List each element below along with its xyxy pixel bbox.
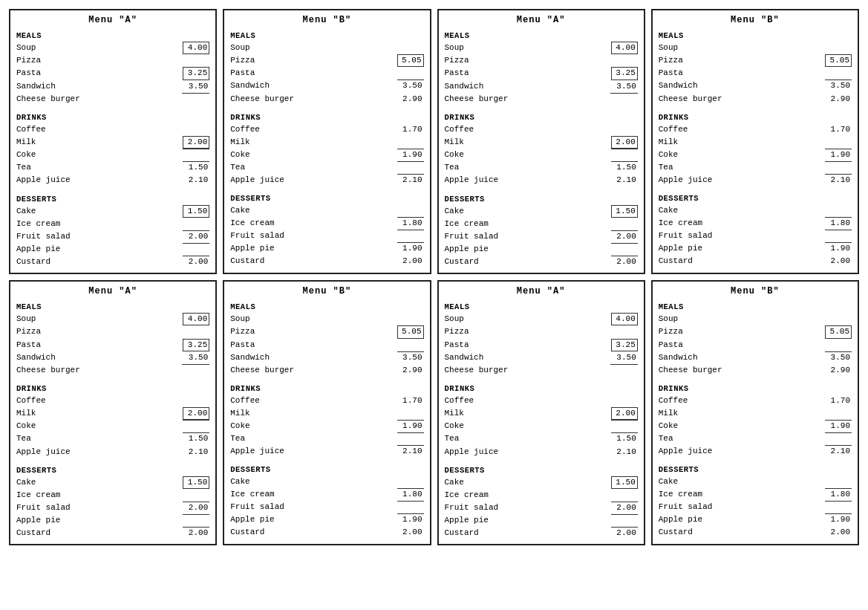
item-name: Coffee xyxy=(445,123,608,136)
menu-row: Custard 2.00 xyxy=(659,526,852,539)
item-name: Apple pie xyxy=(16,243,180,256)
menu-row: Sandwich 3.50 xyxy=(16,80,209,93)
price-box xyxy=(397,408,424,419)
item-name: Milk xyxy=(659,136,822,149)
menu-row: Coke xyxy=(16,420,209,432)
menu-row: Fruit salad xyxy=(230,501,423,513)
menu-row: Custard 2.00 xyxy=(230,255,423,267)
section-header: DESSERTS xyxy=(16,195,209,204)
item-name: Cheese burger xyxy=(16,364,179,377)
item-name: Soup xyxy=(230,42,394,54)
item-name: Custard xyxy=(445,527,608,539)
item-name: Pasta xyxy=(16,67,180,80)
menu-row: Cake 1.50 xyxy=(16,476,209,489)
menu-row: Cheese burger 2.90 xyxy=(230,364,423,377)
menu-row: Tea 1.50 xyxy=(445,161,638,174)
price-box xyxy=(611,420,638,432)
price-box xyxy=(183,420,209,432)
menu-row: Tea xyxy=(230,161,423,174)
price-box: 1.90 xyxy=(397,242,424,254)
menu-row: Cake xyxy=(659,204,852,217)
price-box: 2.90 xyxy=(397,94,424,105)
price-box: 3.50 xyxy=(611,81,638,92)
price-box: 2.00 xyxy=(611,136,638,149)
menu-section: DESSERTS Cake Ice cream 1.80 Fruit salad… xyxy=(659,465,852,539)
menu-row: Cake 1.50 xyxy=(445,476,638,489)
menu-row: Tea 1.50 xyxy=(16,161,209,174)
price-box: 1.80 xyxy=(825,217,852,229)
menu-row: Milk xyxy=(659,407,852,420)
menu-section: MEALS Soup Pizza 5.05 Pasta Sandwich 3.5… xyxy=(230,302,423,377)
item-name: Cheese burger xyxy=(230,93,394,106)
menu-row: Soup xyxy=(659,313,852,325)
price-box: 1.90 xyxy=(825,242,852,254)
item-name: Ice cream xyxy=(445,489,608,502)
price-box: 2.00 xyxy=(183,407,209,420)
price-box xyxy=(611,124,638,135)
menu-row: Soup 4.00 xyxy=(16,42,209,54)
price-box xyxy=(183,243,209,255)
item-name: Soup xyxy=(445,313,608,325)
price-box: 1.70 xyxy=(825,124,852,135)
menu-section: DRINKS Coffee 1.70 Milk Coke 1.90 Tea Ap… xyxy=(659,384,852,458)
price-box xyxy=(825,340,852,351)
menu-row: Tea 1.50 xyxy=(445,432,638,445)
price-box xyxy=(183,149,209,160)
price-box xyxy=(825,137,852,148)
item-name: Milk xyxy=(659,407,822,420)
item-name: Coke xyxy=(445,149,608,161)
menu-row: Apple juice 2.10 xyxy=(16,446,209,458)
item-name: Coke xyxy=(230,420,394,432)
price-box: 5.05 xyxy=(825,54,852,67)
price-box: 2.00 xyxy=(825,527,852,538)
item-name: Pasta xyxy=(445,339,608,351)
price-box xyxy=(825,230,852,241)
menu-row: Pasta xyxy=(230,339,423,351)
item-name: Tea xyxy=(16,161,180,174)
menu-section: DRINKS Coffee 1.70 Milk Coke 1.90 Tea Ap… xyxy=(659,113,852,186)
item-name: Apple juice xyxy=(659,174,822,186)
menu-card: Menu "B"MEALS Soup Pizza 5.05 Pasta Sand… xyxy=(223,280,431,545)
item-name: Cake xyxy=(659,476,822,488)
price-box xyxy=(397,161,424,173)
menu-row: Milk 2.00 xyxy=(16,136,209,149)
item-name: Pizza xyxy=(659,325,822,338)
menu-card: Menu "B"MEALS Soup Pizza 5.05 Pasta Sand… xyxy=(223,9,431,274)
price-box xyxy=(397,137,424,148)
item-name: Sandwich xyxy=(659,351,822,364)
menu-card: Menu "A"MEALS Soup 4.00 Pizza Pasta 3.25… xyxy=(437,280,645,545)
section-header: DRINKS xyxy=(230,384,423,393)
menu-row: Apple pie xyxy=(445,514,638,527)
item-name: Apple pie xyxy=(445,243,608,256)
item-name: Coffee xyxy=(659,123,822,136)
item-name: Pizza xyxy=(445,54,608,67)
item-name: Coffee xyxy=(230,123,394,136)
menu-row: Pasta xyxy=(659,339,852,351)
menu-row: Tea xyxy=(230,432,423,445)
price-box: 1.70 xyxy=(397,395,424,406)
section-header: DRINKS xyxy=(659,384,852,393)
menu-row: Sandwich 3.50 xyxy=(445,80,638,93)
item-name: Apple juice xyxy=(659,445,822,458)
item-name: Tea xyxy=(445,432,608,445)
price-box: 2.00 xyxy=(611,502,638,513)
price-box xyxy=(397,340,424,351)
item-name: Fruit salad xyxy=(230,230,394,242)
item-name: Pasta xyxy=(16,339,180,351)
price-box xyxy=(611,326,638,337)
price-box xyxy=(397,68,424,79)
item-name: Cheese burger xyxy=(16,93,179,106)
price-box: 2.00 xyxy=(183,256,209,267)
item-name: Pasta xyxy=(445,67,608,80)
price-box: 1.50 xyxy=(611,432,638,444)
menu-row: Custard 2.00 xyxy=(445,256,638,268)
section-header: MEALS xyxy=(230,302,423,311)
price-box xyxy=(825,501,852,513)
item-name: Fruit salad xyxy=(445,502,608,514)
section-header: DRINKS xyxy=(445,113,638,122)
item-name: Cheese burger xyxy=(445,93,607,106)
menu-row: Ice cream 1.80 xyxy=(659,488,852,501)
price-box xyxy=(825,68,852,79)
item-name: Cake xyxy=(16,476,180,489)
item-name: Milk xyxy=(16,407,180,420)
